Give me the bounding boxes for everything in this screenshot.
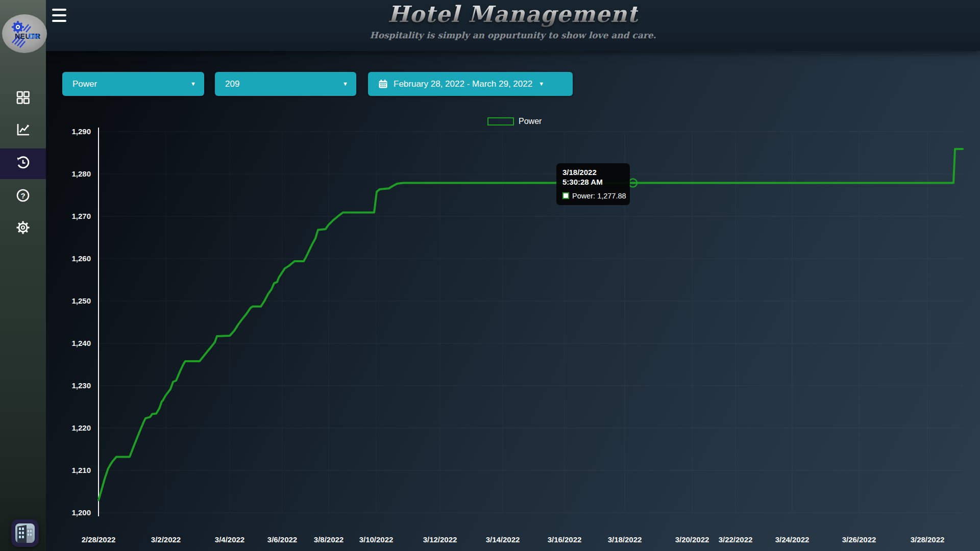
sidebar-item-settings[interactable]: [0, 213, 46, 244]
x-axis-tick-label: 3/2/2022: [151, 535, 181, 544]
y-axis-tick-label: 1,290: [71, 127, 91, 136]
gear-icon: [15, 219, 31, 238]
x-axis-tick-label: 3/12/2022: [423, 535, 457, 544]
help-icon: ?: [15, 187, 31, 206]
hotel-management-app: 1,2001,2101,2201,2301,2401,2501,2601,270…: [0, 0, 980, 551]
header: Hotel Management Hospitality is simply a…: [46, 0, 980, 51]
line-chart-icon: [15, 121, 31, 140]
sidebar-item-help[interactable]: ?: [0, 181, 46, 212]
date-range-value: February 28, 2022 - March 29, 2022: [394, 79, 532, 89]
chevron-down-icon: ▼: [538, 81, 544, 87]
chart-legend[interactable]: Power: [487, 117, 542, 126]
date-range-dropdown[interactable]: February 28, 2022 - March 29, 2022 ▼: [368, 72, 573, 96]
tooltip-series-value: 1,277.88: [597, 192, 626, 200]
sidebar: NEUTR ON: [0, 0, 46, 551]
metric-dropdown-value: Power: [72, 79, 97, 89]
building-photo: [15, 523, 35, 543]
tooltip-date: 3/18/2022: [562, 168, 624, 178]
y-axis-tick-label: 1,260: [71, 254, 91, 263]
history-clock-icon: [14, 154, 32, 173]
metric-dropdown[interactable]: Power ▼: [62, 72, 204, 96]
hamburger-menu-icon[interactable]: [52, 9, 66, 22]
calendar-icon: [378, 79, 388, 89]
svg-text:?: ?: [20, 191, 25, 200]
x-axis-tick-label: 3/14/2022: [486, 535, 520, 544]
y-axis-tick-label: 1,230: [71, 381, 91, 390]
x-axis-tick-label: 3/28/2022: [911, 535, 945, 544]
x-axis-tick-label: 3/16/2022: [548, 535, 582, 544]
svg-text:ON: ON: [28, 32, 39, 40]
neutron-logo: NEUTR ON: [1, 13, 48, 56]
x-axis-tick-label: 3/20/2022: [675, 535, 709, 544]
dashboard-grid-icon: [15, 89, 31, 108]
sidebar-item-charts[interactable]: [0, 115, 46, 146]
y-axis-tick-label: 1,250: [71, 296, 91, 305]
page-subtitle: Hospitality is simply an oppurtunity to …: [370, 30, 656, 40]
room-dropdown-value: 209: [225, 79, 239, 89]
x-axis-tick-label: 3/8/2022: [314, 535, 344, 544]
page-title: Hotel Management: [388, 1, 639, 27]
sidebar-item-history[interactable]: [0, 148, 46, 179]
chart-tooltip: 3/18/2022 5:30:28 AM Power: 1,277.88: [556, 163, 630, 205]
x-axis-tick-label: 3/10/2022: [359, 535, 394, 544]
y-axis-tick-label: 1,280: [71, 169, 91, 178]
y-axis-tick-label: 1,210: [71, 466, 91, 474]
tooltip-time: 5:30:28 AM: [562, 178, 624, 187]
x-axis-tick-label: 3/26/2022: [842, 535, 876, 544]
x-axis-tick-label: 3/18/2022: [608, 535, 642, 544]
y-axis-tick-label: 1,200: [71, 508, 91, 517]
y-axis-tick-label: 1,220: [71, 423, 91, 432]
tooltip-series-swatch: [562, 192, 569, 199]
y-axis-tick-label: 1,270: [71, 212, 91, 220]
y-axis-tick-label: 1,240: [71, 339, 91, 347]
x-axis-tick-label: 3/22/2022: [719, 535, 753, 544]
tooltip-series-label: Power:: [572, 192, 595, 200]
x-axis-tick-label: 2/28/2022: [82, 535, 116, 544]
sidebar-item-dashboard[interactable]: [0, 83, 46, 114]
tooltip-series-row: Power: 1,277.88: [562, 192, 624, 200]
x-axis-tick-label: 3/6/2022: [267, 535, 297, 544]
x-axis-tick-label: 3/24/2022: [775, 535, 810, 544]
legend-label: Power: [519, 117, 542, 126]
user-avatar[interactable]: [11, 519, 39, 547]
chevron-down-icon: ▼: [342, 81, 348, 87]
power-series-line: [99, 149, 963, 500]
room-dropdown[interactable]: 209 ▼: [215, 72, 356, 96]
legend-swatch: [487, 117, 514, 126]
chevron-down-icon: ▼: [190, 81, 196, 87]
x-axis-tick-label: 3/4/2022: [215, 535, 244, 544]
